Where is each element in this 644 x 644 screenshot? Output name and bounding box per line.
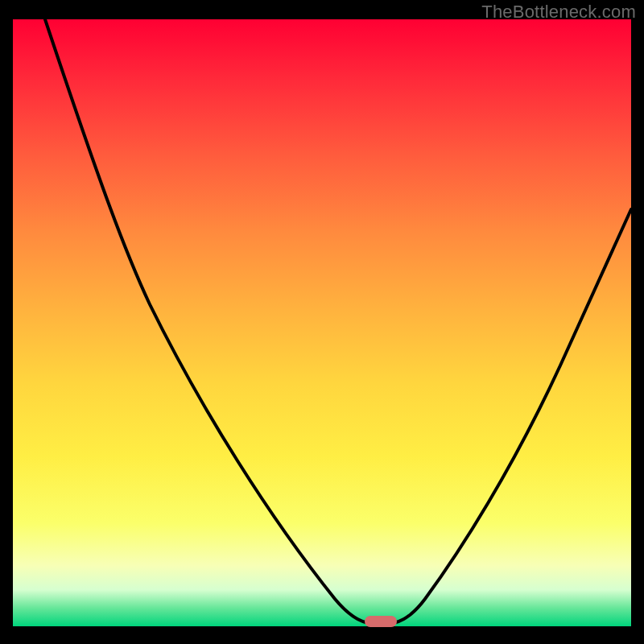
optimal-point-marker [365,616,397,627]
chart-stage: TheBottleneck.com [0,0,644,644]
curve-path [45,19,631,625]
plot-area [13,19,631,626]
bottleneck-curve [13,19,631,626]
